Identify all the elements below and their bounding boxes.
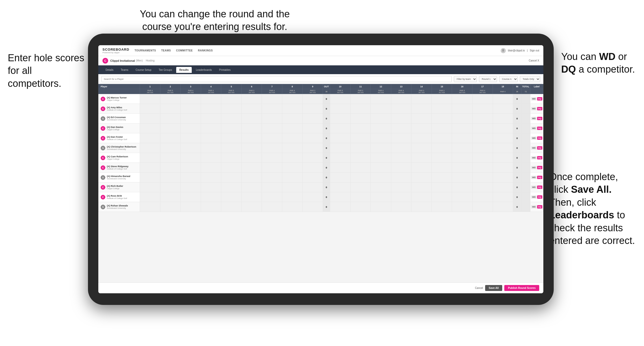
score-hole-14-player-2[interactable] bbox=[411, 114, 432, 124]
score-input-h15-p4[interactable] bbox=[432, 133, 452, 143]
score-hole-3-player-10[interactable] bbox=[181, 192, 201, 202]
dq-button-9[interactable]: DQ bbox=[537, 186, 542, 189]
score-input-h2-p10[interactable] bbox=[160, 192, 181, 202]
score-hole-1-player-4[interactable] bbox=[140, 133, 160, 143]
score-hole-15-player-11[interactable] bbox=[432, 202, 452, 212]
score-hole-18-player-1[interactable] bbox=[493, 104, 513, 114]
score-hole-1-player-11[interactable] bbox=[140, 202, 160, 212]
wd-button-3[interactable]: WD bbox=[531, 127, 537, 130]
score-input-h4-p5[interactable] bbox=[201, 143, 221, 153]
dq-button-6[interactable]: DQ bbox=[537, 156, 542, 159]
score-input-h14-p5[interactable] bbox=[411, 143, 432, 153]
score-input-h17-p10[interactable] bbox=[472, 192, 493, 202]
score-input-h13-p3[interactable] bbox=[391, 124, 411, 133]
score-hole-5-player-5[interactable] bbox=[221, 143, 242, 153]
score-input-h5-p3[interactable] bbox=[221, 124, 241, 133]
score-hole-6-player-6[interactable] bbox=[241, 153, 262, 163]
score-input-h12-p5[interactable] bbox=[371, 143, 391, 153]
dq-button-2[interactable]: DQ bbox=[537, 117, 542, 120]
score-input-h12-p11[interactable] bbox=[371, 202, 391, 212]
score-input-h5-p1[interactable] bbox=[221, 104, 241, 113]
score-hole-15-player-3[interactable] bbox=[432, 124, 452, 133]
score-input-h15-p7[interactable] bbox=[432, 163, 452, 172]
cancel-button-bottom[interactable]: Cancel bbox=[475, 287, 483, 289]
score-hole-18-player-6[interactable] bbox=[493, 153, 513, 163]
score-hole-1-player-10[interactable] bbox=[140, 192, 160, 202]
score-hole-2-player-0[interactable] bbox=[160, 94, 181, 104]
score-hole-1-player-9[interactable] bbox=[140, 182, 160, 192]
score-input-h7-p9[interactable] bbox=[262, 182, 282, 192]
score-hole-12-player-5[interactable] bbox=[371, 143, 391, 153]
score-input-h16-p11[interactable] bbox=[452, 202, 472, 212]
score-input-h12-p0[interactable] bbox=[371, 94, 391, 104]
score-hole-5-player-6[interactable] bbox=[221, 153, 242, 163]
score-input-h18-p4[interactable] bbox=[493, 133, 513, 143]
course-select[interactable]: Course A Course B bbox=[499, 76, 518, 82]
score-hole-15-player-0[interactable] bbox=[432, 94, 452, 104]
score-input-h10-p4[interactable] bbox=[330, 133, 350, 143]
score-input-h8-p10[interactable] bbox=[282, 192, 302, 202]
score-input-h18-p0[interactable] bbox=[493, 94, 513, 104]
score-input-h6-p10[interactable] bbox=[242, 192, 262, 202]
score-input-h18-p8[interactable] bbox=[493, 173, 513, 182]
score-hole-14-player-6[interactable] bbox=[411, 153, 432, 163]
score-input-h8-p0[interactable] bbox=[282, 94, 302, 104]
score-hole-5-player-3[interactable] bbox=[221, 124, 242, 133]
score-input-h3-p10[interactable] bbox=[181, 192, 201, 202]
score-hole-17-player-6[interactable] bbox=[472, 153, 493, 163]
wd-button-5[interactable]: WD bbox=[531, 146, 537, 150]
score-hole-7-player-5[interactable] bbox=[262, 143, 282, 153]
score-hole-10-player-11[interactable] bbox=[330, 202, 351, 212]
score-input-h6-p3[interactable] bbox=[242, 124, 262, 133]
score-input-h4-p7[interactable] bbox=[201, 163, 221, 172]
score-hole-9-player-10[interactable] bbox=[302, 192, 323, 202]
score-hole-7-player-10[interactable] bbox=[262, 192, 282, 202]
score-input-h9-p0[interactable] bbox=[303, 94, 323, 104]
score-hole-12-player-10[interactable] bbox=[371, 192, 391, 202]
score-input-h7-p4[interactable] bbox=[262, 133, 282, 143]
score-hole-15-player-7[interactable] bbox=[432, 163, 452, 173]
score-hole-1-player-7[interactable] bbox=[140, 163, 160, 173]
score-input-h8-p11[interactable] bbox=[282, 202, 302, 212]
score-input-h14-p7[interactable] bbox=[411, 163, 432, 172]
nav-tournaments[interactable]: TOURNAMENTS bbox=[135, 49, 156, 52]
score-hole-11-player-9[interactable] bbox=[350, 182, 371, 192]
score-hole-9-player-4[interactable] bbox=[302, 133, 323, 143]
score-hole-17-player-1[interactable] bbox=[472, 104, 493, 114]
score-hole-15-player-4[interactable] bbox=[432, 133, 452, 143]
score-hole-7-player-4[interactable] bbox=[262, 133, 282, 143]
score-input-h10-p0[interactable] bbox=[330, 94, 350, 104]
score-hole-1-player-6[interactable] bbox=[140, 153, 160, 163]
score-hole-2-player-2[interactable] bbox=[160, 114, 181, 124]
score-input-h3-p5[interactable] bbox=[181, 143, 201, 153]
score-input-h14-p11[interactable] bbox=[411, 202, 432, 212]
score-hole-6-player-4[interactable] bbox=[241, 133, 262, 143]
score-hole-17-player-3[interactable] bbox=[472, 124, 493, 133]
score-input-h4-p4[interactable] bbox=[201, 133, 221, 143]
tab-results[interactable]: Results bbox=[176, 67, 192, 73]
score-hole-2-player-10[interactable] bbox=[160, 192, 181, 202]
score-input-h4-p9[interactable] bbox=[201, 182, 221, 192]
score-hole-5-player-8[interactable] bbox=[221, 173, 242, 182]
score-hole-17-player-2[interactable] bbox=[472, 114, 493, 124]
score-hole-13-player-7[interactable] bbox=[391, 163, 411, 173]
score-input-h17-p8[interactable] bbox=[472, 173, 493, 182]
score-hole-17-player-0[interactable] bbox=[472, 94, 493, 104]
score-input-h6-p6[interactable] bbox=[242, 153, 262, 163]
score-input-h2-p1[interactable] bbox=[160, 104, 181, 113]
score-input-h7-p5[interactable] bbox=[262, 143, 282, 153]
score-hole-6-player-5[interactable] bbox=[241, 143, 262, 153]
score-input-h1-p2[interactable] bbox=[140, 114, 160, 123]
score-input-h15-p1[interactable] bbox=[432, 104, 452, 113]
score-hole-9-player-1[interactable] bbox=[302, 104, 323, 114]
score-input-h8-p2[interactable] bbox=[282, 114, 302, 123]
score-input-h8-p3[interactable] bbox=[282, 124, 302, 133]
score-input-h5-p7[interactable] bbox=[221, 163, 241, 172]
score-input-h11-p7[interactable] bbox=[351, 163, 371, 172]
score-input-h2-p5[interactable] bbox=[160, 143, 181, 153]
score-input-h11-p8[interactable] bbox=[351, 173, 371, 182]
score-input-h4-p8[interactable] bbox=[201, 173, 221, 182]
score-hole-13-player-8[interactable] bbox=[391, 173, 411, 182]
score-input-h11-p2[interactable] bbox=[351, 114, 371, 123]
score-hole-8-player-0[interactable] bbox=[282, 94, 302, 104]
